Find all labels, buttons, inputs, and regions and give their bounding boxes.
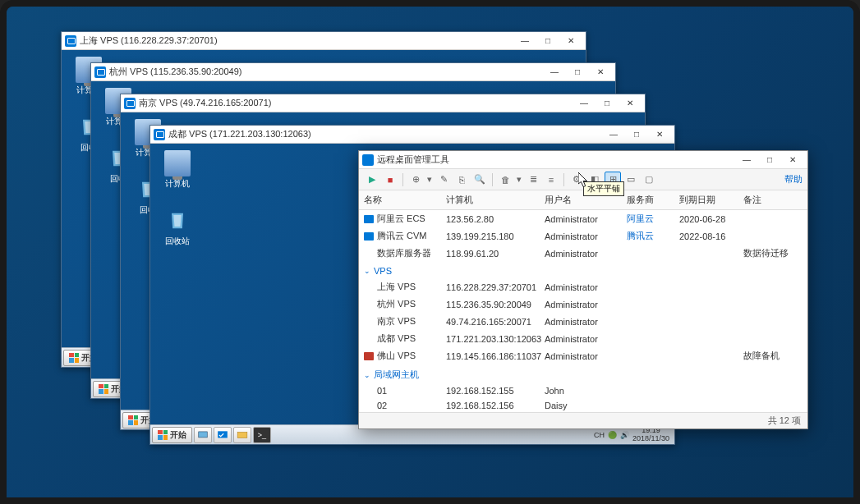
server-remark: 数据待迁移 (743, 247, 801, 259)
titlebar[interactable]: 成都 VPS (171.221.203.130:12063) — □ ✕ (150, 126, 674, 144)
close-button[interactable]: ✕ (619, 96, 642, 111)
col-remark[interactable]: 备注 (743, 194, 801, 206)
rdp-icon (65, 35, 76, 47)
minimize-button[interactable]: — (543, 65, 566, 80)
dropdown-icon[interactable]: ▾ (515, 172, 523, 188)
server-row[interactable]: 南京 VPS49.74.216.165:20071Administrator (359, 313, 807, 330)
server-address: 123.56.2.80 (446, 214, 545, 224)
server-address: 171.221.203.130:12063 (446, 334, 545, 344)
server-row[interactable]: 阿里云 ECS123.56.2.80Administrator阿里云2020-0… (359, 210, 807, 227)
server-name: 数据库服务器 (377, 247, 431, 259)
group-header[interactable]: ⌄局域网主机 (359, 364, 807, 383)
computer-icon[interactable]: 计算机 (157, 150, 198, 190)
task-item[interactable] (233, 427, 251, 443)
maximize-button[interactable]: □ (758, 153, 781, 167)
task-item[interactable] (194, 427, 212, 443)
task-item[interactable] (214, 427, 232, 443)
window-title: 远程桌面管理工具 (377, 153, 735, 166)
chevron-down-icon: ⌄ (364, 371, 370, 379)
server-row[interactable]: 腾讯云 CVM139.199.215.180Administrator腾讯云20… (359, 227, 807, 245)
col-provider[interactable]: 服务商 (627, 194, 679, 206)
edit-button[interactable]: ✎ (435, 172, 452, 188)
server-user: John (545, 386, 627, 396)
server-address: 118.99.61.20 (446, 249, 545, 259)
add-button[interactable]: ⊕ (407, 172, 424, 188)
server-name: 01 (377, 386, 387, 396)
moveup-button[interactable]: ≣ (525, 172, 541, 188)
server-row[interactable]: 数据库服务器118.99.61.20Administrator数据待迁移 (359, 245, 807, 262)
close-button[interactable]: ✕ (781, 153, 804, 167)
server-row[interactable]: 01192.168.152.155John (359, 383, 807, 398)
task-item-terminal[interactable]: >_ (253, 427, 271, 443)
titlebar[interactable]: 南京 VPS (49.74.216.165:20071) — □ ✕ (121, 94, 645, 112)
maximize-button[interactable]: □ (536, 34, 559, 48)
server-expiry: 2022-08-16 (679, 231, 743, 241)
server-name: 腾讯云 CVM (377, 230, 427, 242)
disconnect-button[interactable]: ■ (382, 172, 398, 188)
dropdown-icon[interactable]: ▾ (425, 172, 434, 188)
delete-button[interactable]: 🗑 (497, 172, 513, 188)
provider-link[interactable]: 阿里云 (627, 213, 654, 223)
maximize-button[interactable]: □ (625, 127, 648, 142)
minimize-button[interactable]: — (735, 153, 758, 167)
help-link[interactable]: 帮助 (784, 173, 803, 186)
rdp-icon (154, 129, 165, 140)
minimize-button[interactable]: — (602, 127, 625, 142)
minimize-button[interactable]: — (513, 34, 536, 48)
rdp-icon (94, 66, 106, 78)
settings-button[interactable]: ⚙ (568, 172, 585, 188)
titlebar[interactable]: 上海 VPS (116.228.229.37:20701) — □ ✕ (62, 32, 586, 50)
server-name: 上海 VPS (377, 281, 416, 293)
copy-button[interactable]: ⎘ (453, 172, 470, 188)
server-name: 佛山 VPS (377, 350, 416, 362)
search-button[interactable]: 🔍 (471, 172, 488, 188)
lang-indicator[interactable]: CH (594, 431, 605, 439)
server-user: Administrator (545, 231, 627, 241)
tray-icon[interactable]: 🟢 (608, 431, 617, 439)
tray-icon[interactable]: 🔊 (620, 431, 629, 439)
server-row[interactable]: 杭州 VPS115.236.35.90:20049Administrator (359, 296, 807, 313)
desktop: 上海 VPS (116.228.229.37:20701) — □ ✕ 计算机 … (7, 7, 853, 497)
server-row[interactable]: 佛山 VPS119.145.166.186:11037Administrator… (359, 347, 807, 364)
col-name[interactable]: 名称 (364, 194, 446, 206)
server-row[interactable]: 成都 VPS171.221.203.130:12063Administrator (359, 330, 807, 347)
window-title: 成都 VPS (171.221.203.130:12063) (168, 128, 602, 140)
server-row[interactable]: 02192.168.152.156Daisy (359, 398, 807, 412)
close-button[interactable]: ✕ (648, 127, 671, 142)
close-button[interactable]: ✕ (589, 65, 612, 80)
server-remark: 故障备机 (743, 350, 801, 362)
tile-vertical-button[interactable]: ▭ (623, 172, 639, 188)
status-bar: 共 12 项 (359, 412, 807, 428)
server-name: 杭州 VPS (377, 298, 416, 310)
svg-rect-2 (237, 432, 247, 438)
icon-label: 回收站 (157, 236, 198, 247)
server-address: 192.168.152.155 (446, 386, 545, 396)
svg-rect-0 (199, 431, 208, 437)
close-button[interactable]: ✕ (559, 34, 582, 48)
col-computer[interactable]: 计算机 (446, 194, 545, 206)
server-address: 119.145.166.186:11037 (446, 351, 545, 361)
server-row[interactable]: 上海 VPS116.228.229.37:20701Administrator (359, 278, 807, 296)
movedown-button[interactable]: ≡ (543, 172, 559, 188)
titlebar[interactable]: 远程桌面管理工具 — □ ✕ (359, 151, 807, 169)
start-button[interactable]: 开始 (152, 427, 192, 443)
server-list[interactable]: 阿里云 ECS123.56.2.80Administrator阿里云2020-0… (359, 210, 807, 412)
group-header[interactable]: ⌄VPS (359, 262, 807, 278)
window-title: 南京 VPS (49.74.216.165:20071) (139, 97, 573, 109)
maximize-button[interactable]: □ (566, 65, 589, 80)
status-count: 共 12 项 (768, 415, 801, 427)
col-expiry[interactable]: 到期日期 (679, 194, 743, 206)
server-address: 139.199.215.180 (446, 231, 545, 241)
minimize-button[interactable]: — (573, 96, 596, 111)
server-user: Administrator (545, 300, 627, 309)
maximize-button[interactable]: □ (596, 96, 619, 111)
server-user: Administrator (545, 214, 627, 224)
restore-button[interactable]: ▢ (641, 172, 657, 188)
window-title: 上海 VPS (116.228.229.37:20701) (80, 34, 513, 47)
server-name: 02 (377, 401, 387, 410)
recycle-bin-icon[interactable]: 回收站 (157, 208, 198, 247)
connect-button[interactable]: ▶ (364, 172, 380, 188)
rdp-icon (124, 98, 136, 109)
provider-link[interactable]: 腾讯云 (627, 231, 654, 241)
titlebar[interactable]: 杭州 VPS (115.236.35.90:20049) — □ ✕ (91, 63, 615, 81)
